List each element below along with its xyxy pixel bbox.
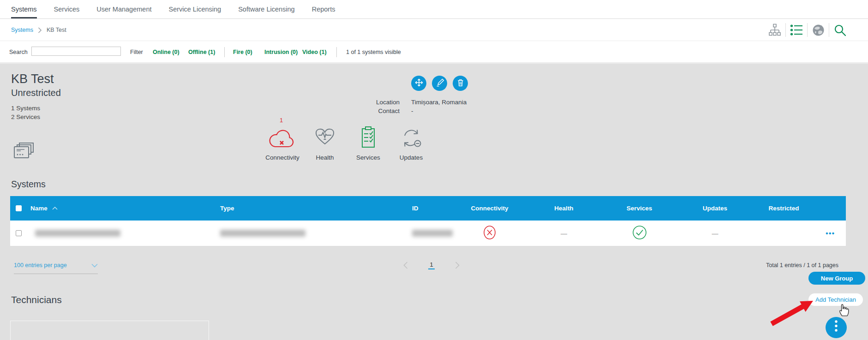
pager: 1: [401, 260, 461, 271]
filter-bar: Search Filter Online (0) Offline (1) Fir…: [0, 41, 868, 63]
detail-list-icon[interactable]: [786, 23, 807, 37]
services-ok-icon: [632, 225, 647, 242]
filter-label: Filter: [130, 49, 143, 55]
redacted-id-cell: [412, 230, 453, 237]
page-title: KB Test: [11, 72, 54, 86]
chevron-right-icon: [38, 27, 42, 33]
remote-portal-page: Systems Services User Management Service…: [0, 0, 868, 340]
group-subtitle: Unrestricted: [11, 88, 61, 98]
nav-tab-reports[interactable]: Reports: [312, 0, 335, 18]
column-header-restricted[interactable]: Restricted: [768, 205, 799, 212]
filter-offline[interactable]: Offline (1): [188, 49, 215, 55]
hierarchy-icon[interactable]: [764, 23, 785, 37]
entries-per-page-value: 100 entries per page: [14, 262, 67, 268]
filter-fire[interactable]: Fire (0): [233, 49, 252, 55]
filter-divider: [336, 47, 337, 57]
column-header-type[interactable]: Type: [220, 205, 234, 212]
sort-asc-icon[interactable]: [52, 207, 58, 210]
systems-section-title: Systems: [11, 179, 46, 190]
more-actions-fab[interactable]: [826, 317, 847, 338]
globe-icon[interactable]: [808, 23, 829, 37]
main-content: KB Test Unrestricted 1 Systems 2 Service…: [0, 64, 868, 340]
contact-label: Contact: [323, 107, 400, 114]
pencil-icon: [434, 77, 445, 90]
redacted-type-cell: [220, 230, 305, 237]
view-toolbar: [764, 19, 850, 41]
breadcrumb-current: KB Test: [47, 27, 66, 33]
row-more-actions-icon[interactable]: •••: [826, 229, 835, 237]
breadcrumb-systems-link[interactable]: Systems: [11, 27, 33, 33]
column-header-id[interactable]: ID: [412, 205, 419, 212]
technicians-panel: [10, 321, 209, 340]
updates-empty-value: —: [712, 230, 718, 237]
location-value: Timișoara, Romania: [411, 99, 467, 106]
cursor-pointer-icon: [838, 302, 850, 318]
total-entries-text: Total 1 entries / 1 of 1 pages: [766, 262, 838, 268]
status-updates[interactable]: Updates: [384, 121, 438, 165]
annotation-arrow: [766, 295, 821, 330]
previous-page-icon[interactable]: [401, 260, 410, 271]
top-nav: Systems Services User Management Service…: [0, 0, 868, 19]
table-header-row: Name Type ID Connectivity Health Service…: [10, 196, 846, 221]
health-empty-value: —: [561, 230, 567, 237]
column-header-services[interactable]: Services: [627, 205, 652, 212]
filter-intrusion[interactable]: Intrusion (0): [264, 49, 298, 55]
column-header-health[interactable]: Health: [554, 205, 573, 212]
filter-online[interactable]: Online (0): [153, 49, 180, 55]
entries-per-page-dropdown[interactable]: 100 entries per page: [14, 261, 98, 274]
current-page-number[interactable]: 1: [428, 261, 435, 269]
next-page-icon[interactable]: [453, 260, 461, 271]
nav-tab-user-management[interactable]: User Management: [96, 0, 151, 18]
search-icon[interactable]: [829, 23, 850, 37]
column-header-updates[interactable]: Updates: [703, 205, 727, 212]
nav-tab-systems[interactable]: Systems: [11, 0, 37, 18]
location-label: Location: [323, 99, 400, 106]
edit-group-button[interactable]: [432, 76, 447, 91]
contact-value: -: [411, 107, 413, 114]
breadcrumb-bar: Systems KB Test: [0, 19, 868, 41]
table-row[interactable]: — — •••: [10, 221, 846, 246]
services-count: 2 Services: [11, 113, 40, 120]
new-group-button[interactable]: New Group: [808, 272, 865, 285]
systems-table: Name Type ID Connectivity Health Service…: [10, 196, 846, 246]
chevron-down-icon: [91, 261, 98, 269]
delete-group-button[interactable]: [453, 76, 468, 91]
systems-visible-summary: 1 of 1 systems visible: [346, 49, 401, 55]
filter-video[interactable]: Video (1): [302, 49, 327, 55]
kebab-menu-icon: [834, 319, 838, 336]
connectivity-error-badge: 1: [280, 117, 283, 124]
search-input[interactable]: [31, 47, 121, 56]
move-icon: [413, 77, 425, 90]
filter-divider: [224, 47, 225, 57]
nav-tab-services[interactable]: Services: [54, 0, 80, 18]
heart-pulse-icon: [313, 126, 337, 151]
nav-tab-service-licensing[interactable]: Service Licensing: [168, 0, 221, 18]
group-systems-icon: [13, 141, 35, 162]
row-checkbox[interactable]: [16, 230, 22, 236]
column-header-connectivity[interactable]: Connectivity: [471, 205, 508, 212]
connectivity-error-icon: [483, 225, 497, 242]
nav-tab-software-licensing[interactable]: Software Licensing: [238, 0, 295, 18]
select-all-checkbox[interactable]: [16, 205, 22, 211]
refresh-updates-icon: [400, 127, 423, 151]
breadcrumb: Systems KB Test: [11, 19, 66, 41]
column-header-name[interactable]: Name: [30, 205, 48, 212]
search-label: Search: [9, 49, 28, 55]
systems-count: 1 Systems: [11, 105, 40, 112]
technicians-section-title: Technicians: [11, 294, 62, 305]
redacted-name-cell: [35, 230, 120, 237]
cloud-offline-icon: [269, 128, 296, 151]
trash-icon: [455, 77, 466, 90]
status-label: Updates: [384, 154, 438, 161]
clipboard-checklist-icon: [359, 125, 378, 151]
move-group-button[interactable]: [411, 76, 426, 91]
